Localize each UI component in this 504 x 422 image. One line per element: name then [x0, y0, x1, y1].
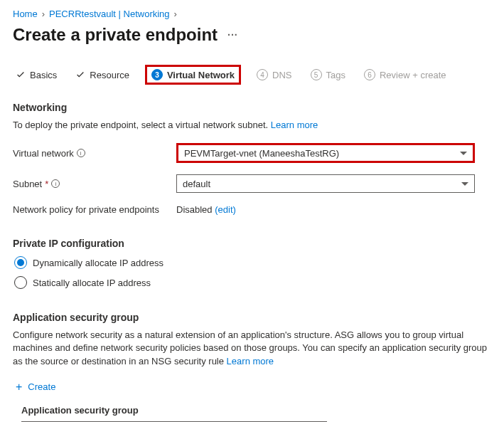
check-icon: [75, 70, 85, 80]
network-policy-label: Network policy for private endpoints: [13, 204, 176, 215]
subnet-label: Subnet* i: [13, 179, 176, 189]
chevron-right-icon: ›: [42, 9, 45, 19]
virtual-network-label: Virtual network i: [13, 148, 176, 159]
create-asg-button[interactable]: + Create: [13, 381, 491, 394]
step-number-icon: 6: [364, 69, 375, 80]
breadcrumb-item[interactable]: PECRRtestvault | Networking: [49, 9, 170, 19]
networking-description: To deploy the private endpoint, select a…: [13, 119, 491, 132]
tab-label: DNS: [272, 70, 291, 80]
virtual-network-select[interactable]: PEVMTarget-vnet (ManeeshaTestRG): [176, 143, 475, 163]
tab-label: Resource: [90, 70, 129, 80]
tab-dns[interactable]: 4 DNS: [254, 65, 294, 85]
tab-resource[interactable]: Resource: [73, 65, 132, 85]
radio-icon: [14, 256, 27, 269]
asg-description: Configure network security as a natural …: [13, 329, 491, 368]
page-title-text: Create a private endpoint: [13, 25, 218, 45]
tab-label: Tags: [326, 70, 345, 80]
tab-tags[interactable]: 5 Tags: [308, 65, 348, 85]
radio-label: Statically allocate IP address: [33, 278, 151, 288]
create-label: Create: [28, 381, 55, 392]
more-menu-icon[interactable]: ···: [227, 29, 238, 41]
breadcrumb-home[interactable]: Home: [13, 9, 38, 19]
wizard-tabs: Basics Resource 3 Virtual Network 4 DNS …: [13, 65, 491, 85]
chevron-down-icon: [460, 152, 467, 155]
tab-virtual-network[interactable]: 3 Virtual Network: [145, 65, 241, 85]
tab-label: Basics: [30, 70, 57, 80]
check-icon: [16, 70, 26, 80]
select-value: PEVMTarget-vnet (ManeeshaTestRG): [184, 148, 339, 159]
step-number-icon: 3: [151, 69, 163, 80]
virtual-network-row: Virtual network i PEVMTarget-vnet (Manee…: [13, 143, 491, 163]
radio-dynamic-ip[interactable]: Dynamically allocate IP address: [14, 256, 491, 269]
asg-heading: Application security group: [13, 312, 491, 323]
radio-static-ip[interactable]: Statically allocate IP address: [14, 276, 491, 289]
chevron-down-icon: [461, 182, 468, 186]
radio-label: Dynamically allocate IP address: [33, 258, 163, 268]
tab-label: Review + create: [380, 70, 446, 80]
subnet-select[interactable]: default: [176, 174, 475, 193]
step-number-icon: 4: [257, 69, 268, 80]
tab-basics[interactable]: Basics: [13, 65, 60, 85]
info-icon[interactable]: i: [51, 179, 60, 188]
step-number-icon: 5: [311, 69, 322, 80]
tab-label: Virtual Network: [167, 70, 235, 80]
learn-more-link[interactable]: Learn more: [271, 120, 318, 130]
edit-link[interactable]: (edit): [215, 204, 236, 215]
network-policy-row: Network policy for private endpoints Dis…: [13, 204, 491, 215]
learn-more-link[interactable]: Learn more: [227, 356, 274, 366]
network-policy-value: Disabled (edit): [176, 204, 236, 215]
breadcrumb: Home › PECRRtestvault | Networking ›: [13, 9, 491, 19]
ip-config-heading: Private IP configuration: [13, 238, 491, 249]
radio-icon: [14, 276, 27, 289]
info-icon[interactable]: i: [77, 149, 85, 157]
chevron-right-icon: ›: [174, 9, 177, 19]
page-title: Create a private endpoint ···: [13, 25, 491, 45]
asg-field-label: Application security group: [13, 405, 491, 416]
networking-heading: Networking: [13, 102, 491, 113]
tab-review-create[interactable]: 6 Review + create: [361, 65, 449, 85]
plus-icon: +: [16, 381, 22, 394]
select-value: default: [183, 179, 210, 189]
subnet-row: Subnet* i default: [13, 174, 491, 193]
